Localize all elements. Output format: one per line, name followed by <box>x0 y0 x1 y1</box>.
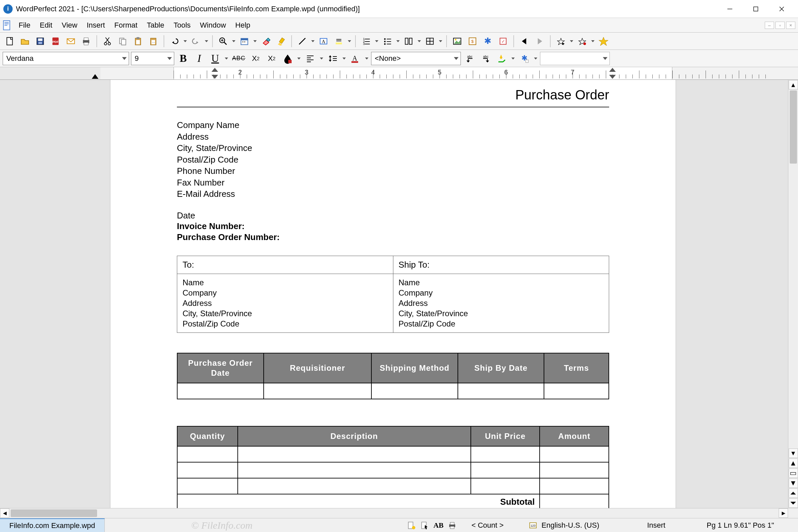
highlight-tool-button[interactable] <box>274 34 288 48</box>
document-tab[interactable]: FileInfo.com Example.wpd <box>0 518 105 532</box>
vertical-scrollbar[interactable]: ▴ ▾ ▲ ▭ ▼ ⏶ ⏷ <box>788 80 798 508</box>
menu-edit[interactable]: Edit <box>35 20 57 31</box>
style-combo[interactable]: <None> <box>371 52 461 65</box>
language-status[interactable]: English-U.S. (US) <box>542 521 600 530</box>
new-button[interactable] <box>3 34 17 48</box>
save-button[interactable] <box>33 34 47 48</box>
page-next-button[interactable]: ⏷ <box>789 498 798 508</box>
browse-prev-button[interactable]: ▲ <box>789 458 798 468</box>
spellcheck-button[interactable]: ✓ <box>496 34 510 48</box>
font-size-combo[interactable]: 9 <box>131 52 174 65</box>
special-char-dropdown[interactable] <box>533 57 538 60</box>
prev-change-button[interactable]: abc <box>463 52 477 65</box>
menu-tools[interactable]: Tools <box>169 20 195 31</box>
scroll-left-button[interactable]: ◂ <box>0 508 9 518</box>
numbering-dropdown[interactable] <box>374 40 379 43</box>
hscroll-thumb[interactable] <box>11 509 97 517</box>
minimize-button[interactable] <box>717 0 743 18</box>
highlighter-button[interactable] <box>332 34 346 48</box>
subscript-button[interactable]: X2 <box>249 52 263 65</box>
first-line-indent-marker[interactable] <box>211 68 218 72</box>
menu-table[interactable]: Table <box>142 20 169 31</box>
back-button[interactable] <box>517 34 531 48</box>
macro-rec-dropdown[interactable] <box>590 40 595 43</box>
scroll-right-button[interactable]: ▸ <box>779 508 788 518</box>
forward-button[interactable] <box>533 34 547 48</box>
left-indent-marker[interactable] <box>211 75 218 79</box>
menu-view[interactable]: View <box>57 20 82 31</box>
close-button[interactable] <box>769 0 795 18</box>
zoom-button[interactable] <box>216 34 230 48</box>
scroll-down-button[interactable]: ▾ <box>789 449 798 458</box>
font-combo[interactable]: Verdana <box>3 52 129 65</box>
special-char-button[interactable]: ✱ <box>517 52 531 65</box>
mdi-minimize-button[interactable]: – <box>765 22 774 29</box>
bullets-button[interactable] <box>380 34 394 48</box>
menu-file[interactable]: File <box>14 20 35 31</box>
menu-window[interactable]: Window <box>195 20 230 31</box>
paste-button[interactable] <box>131 34 145 48</box>
color-swatch-combo[interactable] <box>540 52 610 65</box>
scroll-up-button[interactable]: ▴ <box>789 80 798 90</box>
quick-correct-dropdown[interactable] <box>511 57 515 60</box>
text-color-a-dropdown[interactable] <box>364 57 369 60</box>
table-dropdown[interactable] <box>438 40 443 43</box>
date-dropdown[interactable] <box>253 40 258 43</box>
open-button[interactable] <box>18 34 32 48</box>
textbox-button[interactable]: A <box>317 34 330 48</box>
font-color-button[interactable] <box>281 52 294 65</box>
macro-play-dropdown[interactable] <box>569 40 574 43</box>
undo-dropdown[interactable] <box>183 40 188 43</box>
insert-mode-status[interactable]: Insert <box>647 521 665 530</box>
align-dropdown[interactable] <box>319 57 324 60</box>
pdf-button[interactable]: PDF <box>49 34 62 48</box>
cut-button[interactable] <box>100 34 114 48</box>
table-button[interactable] <box>423 34 437 48</box>
highlighter-dropdown[interactable] <box>347 40 352 43</box>
quick-correct-button[interactable] <box>495 52 509 65</box>
menu-help[interactable]: Help <box>231 20 255 31</box>
superscript-button[interactable]: X2 <box>265 52 279 65</box>
redo-dropdown[interactable] <box>204 40 209 43</box>
right-indent-marker-top[interactable] <box>609 68 616 72</box>
lang-icon[interactable]: 123 <box>528 521 538 530</box>
underline-button[interactable]: U <box>208 52 222 65</box>
undo-button[interactable] <box>168 34 182 48</box>
text-color-a-button[interactable]: A <box>348 52 362 65</box>
image-button[interactable] <box>450 34 464 48</box>
mail-button[interactable] <box>64 34 78 48</box>
page-prev-button[interactable]: ⏶ <box>789 489 798 498</box>
mdi-restore-button[interactable]: ▫ <box>775 22 785 29</box>
ruler[interactable]: 2 3 4 5 6 7 <box>0 67 798 80</box>
page[interactable]: Purchase Order Company Name Address City… <box>110 80 676 508</box>
bold-button[interactable]: B <box>176 52 190 65</box>
document-canvas[interactable]: Purchase Order Company Name Address City… <box>4 80 788 508</box>
macro-play-button[interactable] <box>554 34 568 48</box>
menu-format[interactable]: Format <box>110 20 142 31</box>
chart-button[interactable]: $ <box>466 34 479 48</box>
printer-icon[interactable] <box>448 521 457 530</box>
line-dropdown[interactable] <box>310 40 315 43</box>
columns-dropdown[interactable] <box>417 40 422 43</box>
tab-selector-icon[interactable] <box>92 74 98 79</box>
copy-button[interactable] <box>116 34 130 48</box>
italic-button[interactable]: I <box>192 52 206 65</box>
strikethrough-button[interactable]: ABC <box>231 52 247 65</box>
line-spacing-dropdown[interactable] <box>342 57 346 60</box>
next-change-button[interactable]: abc <box>479 52 493 65</box>
doc-info-icon[interactable] <box>407 521 416 530</box>
redo-button[interactable] <box>189 34 203 48</box>
mdi-close-button[interactable]: × <box>786 22 795 29</box>
font-color-dropdown[interactable] <box>297 57 301 60</box>
print-button[interactable] <box>79 34 93 48</box>
columns-button[interactable] <box>402 34 416 48</box>
horizontal-scrollbar[interactable]: ◂ ▸ <box>0 508 798 518</box>
numbering-button[interactable]: 123 <box>359 34 373 48</box>
browse-next-button[interactable]: ▼ <box>789 478 798 488</box>
eraser-button[interactable] <box>259 34 273 48</box>
line-spacing-button[interactable] <box>326 52 340 65</box>
align-button[interactable] <box>303 52 317 65</box>
date-button[interactable] <box>238 34 251 48</box>
browse-object-button[interactable]: ▭ <box>789 469 798 478</box>
line-button[interactable] <box>295 34 309 48</box>
